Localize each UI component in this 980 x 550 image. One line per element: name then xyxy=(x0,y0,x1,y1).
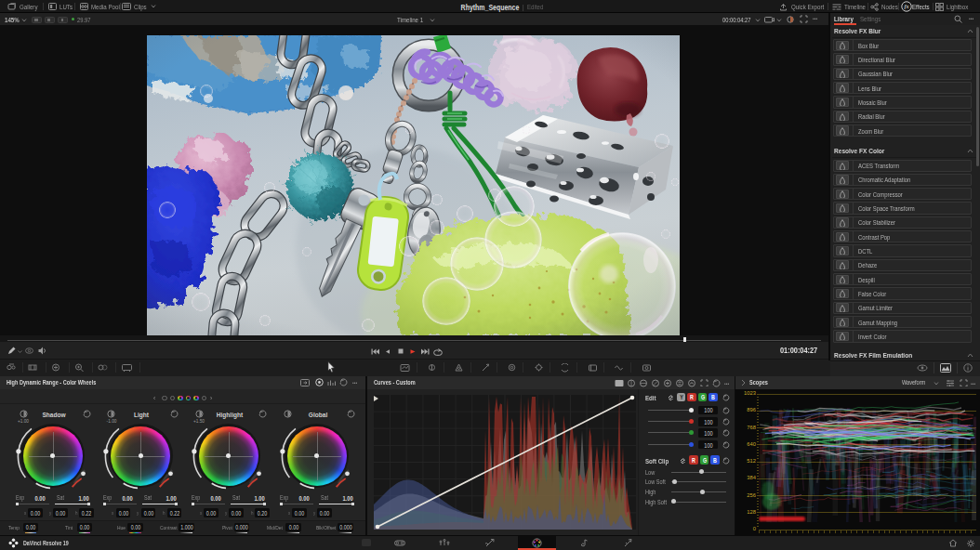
svg-text:fx: fx xyxy=(905,4,909,9)
